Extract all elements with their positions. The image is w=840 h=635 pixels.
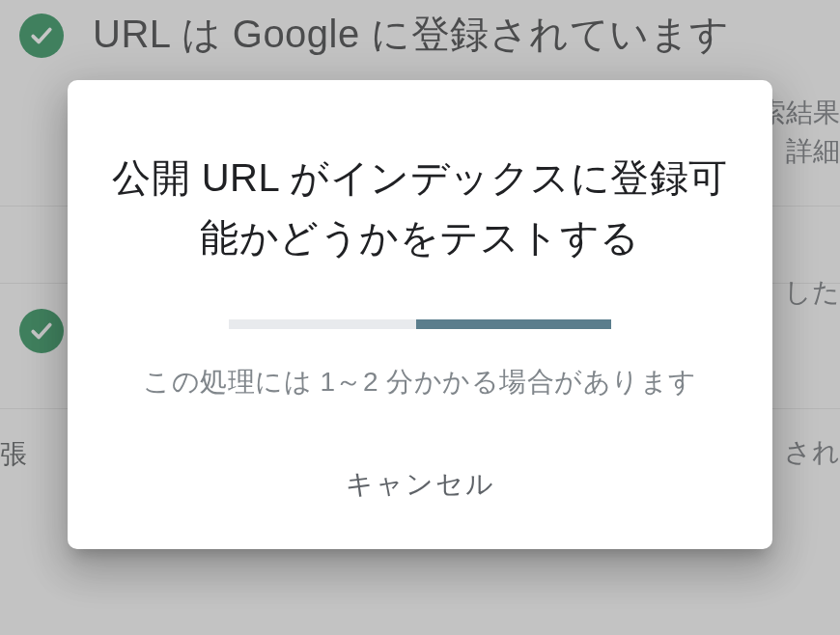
dialog-title: 公開 URL がインデックスに登録可能かどうかをテストする: [106, 148, 734, 267]
progress-bar-fill: [416, 319, 611, 329]
dialog-subtext: この処理には 1～2 分かかる場合があります: [106, 364, 734, 400]
cancel-button[interactable]: キャンセル: [330, 458, 511, 511]
progress-bar-track: [229, 319, 611, 329]
indexing-test-dialog: 公開 URL がインデックスに登録可能かどうかをテストする この処理には 1～2…: [68, 80, 772, 549]
